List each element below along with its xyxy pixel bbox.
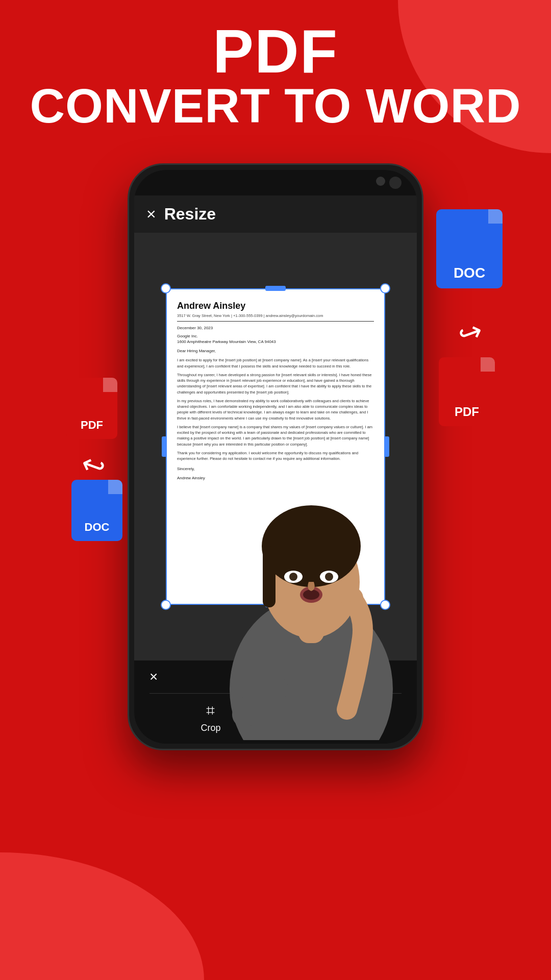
file-fold-doc-right [488,209,503,224]
title-area: PDF CONVERT TO WORD [0,20,551,130]
crop-handle-top-right[interactable] [380,283,390,293]
header-close-button[interactable]: × [146,205,156,224]
svg-point-7 [289,573,297,581]
svg-rect-4 [263,546,276,607]
phone-notch [134,170,417,195]
file-fold-doc-left [108,480,122,494]
crop-handle-top-left[interactable] [161,283,171,293]
pdf-icon-left: PDF [66,378,117,439]
svg-rect-12 [348,577,356,602]
title-line2: CONVERT TO WORD [0,82,551,130]
header-title: Resize [164,205,216,224]
doc-left-label: DOC [85,521,110,534]
file-fold-pdf-left [103,378,117,392]
svg-point-8 [325,573,333,581]
pdf-left-label: PDF [81,419,103,432]
svg-point-3 [262,505,361,587]
header-bar: × Resize [134,195,417,233]
title-line1: PDF [0,20,551,82]
crop-handle-top-mid[interactable] [265,286,286,291]
doc-right-label: DOC [454,265,485,281]
doc-icon-left: DOC [71,480,122,541]
phone-mockup: PDF ↩ DOC DOC ↩ PDF [128,163,423,750]
toolbar-close-button[interactable]: × [149,669,158,685]
pdf-right-label: PDF [455,405,479,419]
camera-dot-main [389,177,402,189]
pdf-icon-right: PDF [439,357,495,426]
crop-handle-left-mid[interactable] [162,436,167,457]
camera-area [376,177,402,189]
person-image [204,444,434,750]
crop-handle-bottom-left[interactable] [161,600,171,610]
person-svg [204,444,418,740]
file-fold-pdf-right [481,357,495,372]
doc-icon-right: DOC [436,209,503,288]
camera-dot-small [376,177,385,186]
